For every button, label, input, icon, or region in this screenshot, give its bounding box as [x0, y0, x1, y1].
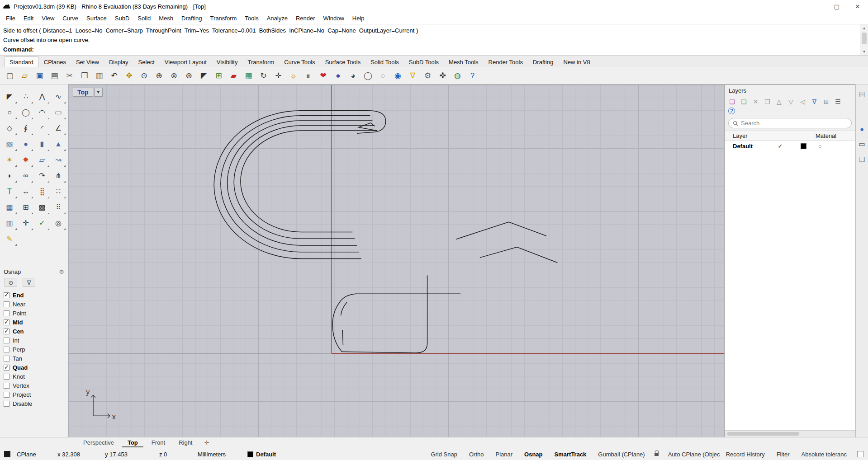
helix-icon[interactable]: ∮ — [18, 120, 34, 136]
menu-item[interactable]: Transform — [206, 14, 241, 23]
menu-item[interactable]: Window — [319, 14, 348, 23]
layer-color-swatch[interactable] — [801, 143, 806, 149]
osnap-checkbox[interactable] — [4, 374, 9, 380]
hamburger-menu-icon[interactable]: ☰ — [834, 97, 842, 106]
status-toggle[interactable]: Record History — [720, 451, 771, 458]
split-icon[interactable]: ⋔ — [50, 168, 66, 183]
layer-name[interactable]: Default — [725, 143, 766, 150]
scroll-down-icon[interactable]: ▼ — [863, 48, 866, 55]
osnap-row[interactable]: ✓ Mid — [4, 318, 64, 327]
save-icon[interactable]: ▣ — [33, 70, 46, 82]
menu-item[interactable]: Surface — [82, 14, 111, 23]
select-arrow-icon[interactable]: ◤ — [198, 70, 210, 82]
toolbar-tab[interactable]: Surface Tools — [321, 57, 365, 67]
osnap-row[interactable]: Tan — [4, 354, 64, 363]
menu-item[interactable]: Analyze — [263, 14, 292, 23]
status-toggle[interactable]: Planar — [489, 451, 518, 458]
duplicate-layer-icon[interactable]: ❐ — [763, 97, 772, 106]
toolbar-tab[interactable]: Set View — [71, 57, 104, 67]
filter-funnel-icon[interactable]: ∇ — [810, 97, 819, 106]
curve-icon[interactable]: ∿ — [50, 89, 66, 104]
lock-icon[interactable]: ∎ — [302, 70, 314, 82]
toolbar-tab[interactable]: Display — [104, 57, 133, 67]
gears-icon[interactable]: ⚙ — [422, 70, 434, 82]
toolbar-tab[interactable]: Viewport Layout — [160, 57, 211, 67]
osnap-checkbox[interactable]: ✓ — [4, 292, 9, 298]
osnap-checkbox[interactable] — [4, 401, 9, 407]
pan-icon[interactable]: ✥ — [123, 70, 135, 82]
lightbulb-icon[interactable]: ☼ — [287, 70, 299, 82]
zoom-window-icon[interactable]: ⊕ — [153, 70, 165, 82]
toolbar-tab[interactable]: Curve Tools — [280, 57, 319, 67]
osnap-checkbox[interactable] — [4, 392, 9, 398]
lock-icon[interactable] — [655, 453, 659, 456]
dot-grid-icon[interactable]: ⣿ — [34, 183, 50, 199]
polygon-icon[interactable]: ◇ — [1, 120, 18, 136]
menu-item[interactable]: Tools — [241, 14, 262, 23]
circle-icon[interactable]: ○ — [1, 104, 18, 120]
scrollbar-track[interactable] — [860, 32, 868, 48]
funnel-icon[interactable]: ∇ — [407, 70, 419, 82]
polyline-icon[interactable]: ⋀ — [34, 89, 50, 104]
table-icon[interactable]: ⊞ — [18, 199, 34, 215]
osnap-row[interactable]: Perp — [4, 345, 64, 354]
globe-icon[interactable]: ◍ — [451, 70, 464, 82]
viewport-tab[interactable]: Front — [146, 438, 171, 447]
toolbar-tab[interactable]: Drafting — [528, 57, 558, 67]
osnap-checkbox[interactable] — [4, 338, 9, 343]
panel-icon[interactable]: ▥ — [1, 215, 18, 231]
menu-item[interactable]: Solid — [133, 14, 155, 23]
material-column-header[interactable]: Material — [816, 132, 855, 139]
circle-dot-icon[interactable]: ◎ — [50, 215, 66, 231]
layer-table-icon[interactable]: ⊞ — [822, 97, 830, 106]
previous-layer-icon[interactable]: ◁ — [798, 97, 807, 106]
open-icon[interactable]: ▱ — [19, 70, 31, 82]
osnap-row[interactable]: ✓ End — [4, 291, 64, 300]
zoom-selected-icon[interactable]: ⊛ — [183, 70, 195, 82]
viewport-tab[interactable]: Top — [122, 438, 143, 447]
cut-icon[interactable]: ✂ — [63, 70, 76, 82]
copy-array-icon[interactable]: ∷ — [50, 183, 66, 199]
print-icon[interactable]: ▤ — [48, 70, 61, 82]
menu-item[interactable]: File — [2, 14, 19, 23]
osnap-checkbox[interactable] — [4, 383, 9, 389]
command-scrollbar[interactable]: ▲ ▼ — [860, 24, 868, 55]
menu-item[interactable]: Curve — [58, 14, 82, 23]
osnap-row[interactable]: Int — [4, 336, 64, 345]
sphere-icon[interactable]: ● — [332, 70, 344, 82]
viewport-canvas[interactable]: y x Top ▼ — [68, 84, 724, 437]
layers-horizontal-scrollbar[interactable] — [725, 430, 855, 437]
gear-icon[interactable]: ⚙ — [59, 268, 64, 275]
select-arrow-icon[interactable]: ◤ — [1, 89, 18, 104]
scroll-up-icon[interactable]: ▲ — [863, 24, 866, 32]
status-toggle[interactable]: Ortho — [463, 451, 490, 458]
status-toggle[interactable]: Auto CPlane (Object) — [662, 451, 720, 458]
osnap-checkbox[interactable]: ✓ — [4, 319, 9, 325]
osnap-row[interactable]: Knot — [4, 372, 64, 381]
maximize-button[interactable]: ▢ — [826, 0, 847, 13]
command-area[interactable]: Side to offset ( Distance=1 Loose=No Cor… — [0, 24, 868, 56]
new-sublayer-icon[interactable]: ❏ — [740, 97, 748, 106]
toolbar-tab[interactable]: CPlanes — [39, 57, 71, 67]
new-layer-icon[interactable]: ❏ — [728, 97, 736, 106]
material-circle-icon[interactable]: ○ — [806, 143, 834, 150]
osnap-row[interactable]: ✓ Quad — [4, 363, 64, 372]
toolbar-tab[interactable]: Standard — [5, 56, 38, 67]
sphere-panel-icon[interactable]: ● — [860, 125, 864, 133]
cylinder-icon[interactable]: ▮ — [34, 136, 50, 152]
osnap-row[interactable]: Disable — [4, 399, 64, 408]
status-toggle[interactable]: Filter — [771, 451, 796, 458]
scrollbar-thumb[interactable] — [727, 432, 799, 436]
torus-icon[interactable]: ∞ — [18, 168, 34, 183]
cone-icon[interactable]: ▲ — [50, 136, 66, 152]
osnap-row[interactable]: ✓ Cen — [4, 327, 64, 336]
menu-item[interactable]: Drafting — [177, 14, 206, 23]
menu-item[interactable]: Render — [292, 14, 319, 23]
car-icon[interactable]: ▰ — [228, 70, 240, 82]
ellipse-icon[interactable]: ◯ — [18, 104, 34, 120]
heart-icon[interactable]: ❤ — [317, 70, 329, 82]
stack-panel-icon[interactable]: ❏ — [859, 155, 865, 164]
block-icon[interactable]: ▦ — [1, 199, 18, 215]
copy-icon[interactable]: ❐ — [78, 70, 90, 82]
ring-icon[interactable]: ◯ — [362, 70, 374, 82]
